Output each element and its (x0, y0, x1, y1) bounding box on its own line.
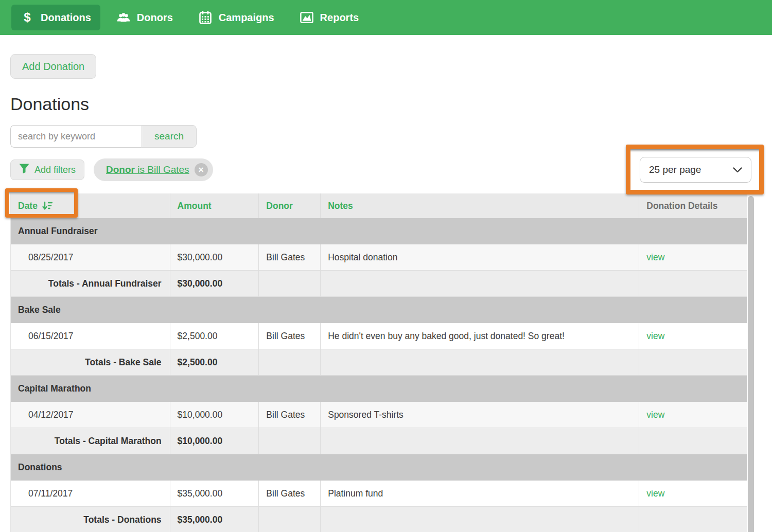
totals-empty (639, 428, 747, 454)
view-link[interactable]: view (646, 488, 664, 499)
search-button[interactable]: search (142, 125, 197, 148)
chart-icon (300, 11, 313, 24)
totals-row: Totals - Annual Fundraiser $30,000.00 (11, 271, 747, 297)
cell-donor: Bill Gates (259, 244, 321, 270)
filter-funnel-icon (19, 164, 29, 176)
column-header-date[interactable]: Date (11, 193, 170, 218)
group-name: Donations (11, 454, 747, 481)
cell-details: view (639, 244, 747, 270)
filter-chip-rest: is Bill Gates (135, 164, 189, 175)
cell-date: 07/11/2017 (11, 481, 170, 506)
cell-details: view (639, 402, 747, 428)
cell-amount: $35,000.00 (170, 481, 259, 506)
totals-empty (259, 428, 321, 454)
totals-amount: $2,500.00 (170, 349, 259, 375)
column-header-amount[interactable]: Amount (170, 193, 259, 218)
cell-notes: He didn't even buy any baked good, just … (321, 323, 639, 349)
group-name: Capital Marathon (11, 376, 747, 402)
totals-empty (321, 349, 639, 375)
totals-empty (321, 271, 639, 296)
view-link[interactable]: view (646, 331, 664, 342)
table-row: 07/11/2017 $35,000.00 Bill Gates Platinu… (11, 481, 747, 507)
search-input[interactable] (10, 125, 142, 148)
totals-row: Totals - Bake Sale $2,500.00 (11, 349, 747, 376)
chip-close-icon[interactable]: ✕ (195, 163, 208, 176)
nav-tab-campaigns[interactable]: Campaigns (189, 5, 284, 30)
filters-row: Add filters Donor is Bill Gates ✕ (10, 158, 213, 181)
column-header-details: Donation Details (639, 193, 747, 218)
page-title: Donations (10, 94, 89, 114)
cell-details: view (639, 481, 747, 506)
calendar-icon (199, 11, 212, 24)
group-header-row: Capital Marathon (11, 376, 747, 402)
cell-notes: Hospital donation (321, 244, 639, 270)
per-page-value: 25 per page (649, 164, 701, 175)
filter-chip-text: Donor is Bill Gates (106, 164, 189, 175)
column-header-donor[interactable]: Donor (259, 193, 321, 218)
group-header-row: Annual Fundraiser (11, 218, 747, 244)
filter-chip-donor[interactable]: Donor is Bill Gates ✕ (94, 158, 213, 181)
nav-tab-donors[interactable]: Donors (108, 5, 182, 30)
cell-donor: Bill Gates (259, 402, 321, 428)
totals-amount: $30,000.00 (170, 271, 259, 296)
users-icon (117, 11, 130, 24)
cell-notes: Platinum fund (321, 481, 639, 506)
sort-desc-icon (42, 201, 52, 210)
group-header-row: Bake Sale (11, 297, 747, 323)
table-row: 06/15/2017 $2,500.00 Bill Gates He didn'… (11, 323, 747, 349)
nav-tab-reports[interactable]: Reports (291, 5, 369, 30)
table-header-row: Date Amount Donor Notes Donation Details (11, 193, 747, 218)
view-link[interactable]: view (646, 252, 664, 263)
cell-amount: $2,500.00 (170, 323, 259, 349)
totals-amount: $10,000.00 (170, 428, 259, 454)
add-donation-button[interactable]: Add Donation (10, 54, 96, 79)
nav-tab-label: Donations (41, 12, 91, 24)
add-filters-label: Add filters (34, 165, 76, 175)
per-page-dropdown[interactable]: 25 per page (640, 157, 751, 183)
totals-label: Totals - Donations (11, 507, 170, 532)
cell-date: 04/12/2017 (11, 402, 170, 428)
totals-empty (259, 271, 321, 296)
dollar-icon: $ (21, 11, 34, 24)
cell-amount: $10,000.00 (170, 402, 259, 428)
cell-details: view (639, 323, 747, 349)
totals-empty (639, 507, 747, 532)
totals-label: Totals - Annual Fundraiser (11, 271, 170, 296)
totals-empty (639, 349, 747, 375)
donations-table: Date Amount Donor Notes Donation Details… (10, 193, 747, 532)
totals-empty (321, 428, 639, 454)
cell-date: 08/25/2017 (11, 244, 170, 270)
totals-row: Totals - Capital Marathon $10,000.00 (11, 428, 747, 454)
totals-empty (259, 349, 321, 375)
view-link[interactable]: view (646, 410, 664, 420)
cell-notes: Sponsored T-shirts (321, 402, 639, 428)
column-header-notes[interactable]: Notes (321, 193, 639, 218)
totals-empty (259, 507, 321, 532)
cell-amount: $30,000.00 (170, 244, 259, 270)
totals-empty (639, 271, 747, 296)
nav-tab-label: Campaigns (219, 12, 274, 24)
totals-amount: $35,000.00 (170, 507, 259, 532)
nav-tab-donations[interactable]: $ Donations (11, 5, 100, 30)
nav-tab-label: Donors (137, 12, 173, 24)
chevron-down-icon (733, 164, 742, 175)
cell-donor: Bill Gates (259, 481, 321, 506)
top-navbar: $ Donations Donors (0, 0, 772, 35)
cell-date: 06/15/2017 (11, 323, 170, 349)
add-filters-button[interactable]: Add filters (10, 159, 84, 180)
table-row: 04/12/2017 $10,000.00 Bill Gates Sponsor… (11, 402, 747, 428)
totals-row: Totals - Donations $35,000.00 (11, 507, 747, 532)
totals-label: Totals - Bake Sale (11, 349, 170, 375)
column-header-date-label: Date (18, 201, 38, 211)
nav-tab-label: Reports (320, 12, 359, 24)
group-name: Annual Fundraiser (11, 218, 747, 244)
search-group: search (10, 125, 197, 148)
vertical-scrollbar[interactable] (748, 196, 754, 532)
group-header-row: Donations (11, 454, 747, 481)
cell-donor: Bill Gates (259, 323, 321, 349)
group-name: Bake Sale (11, 297, 747, 323)
totals-empty (321, 507, 639, 532)
table-row: 08/25/2017 $30,000.00 Bill Gates Hospita… (11, 244, 747, 271)
filter-chip-field: Donor (106, 164, 135, 175)
totals-label: Totals - Capital Marathon (11, 428, 170, 454)
